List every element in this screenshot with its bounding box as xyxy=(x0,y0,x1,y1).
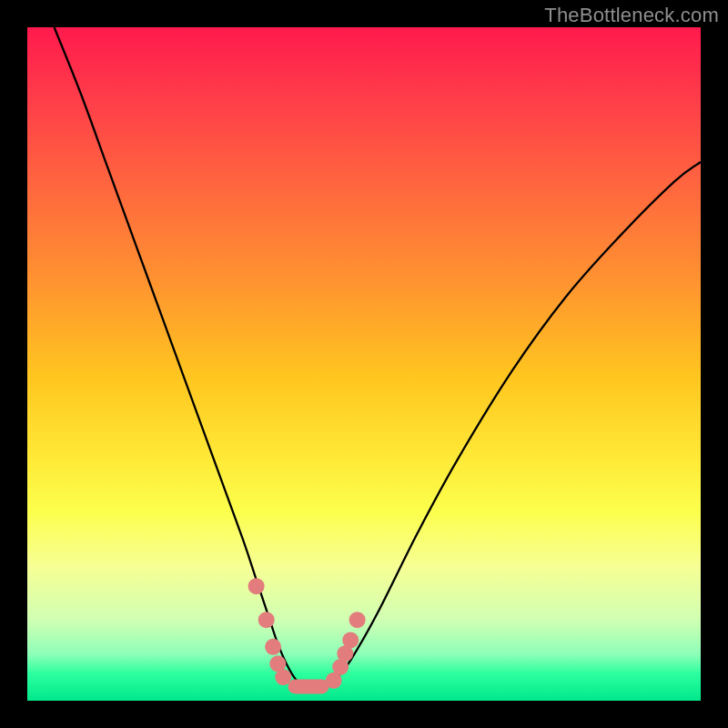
watermark-label: TheBottleneck.com xyxy=(544,4,719,27)
data-marker xyxy=(265,639,281,655)
data-marker xyxy=(258,612,275,628)
bottleneck-curve xyxy=(55,27,701,687)
data-marker xyxy=(349,612,366,628)
data-marker xyxy=(342,632,359,648)
plot-area xyxy=(27,27,701,701)
chart-svg xyxy=(27,27,701,701)
data-marker xyxy=(248,578,265,594)
markers-group xyxy=(248,578,366,689)
chart-frame: TheBottleneck.com xyxy=(0,0,728,728)
flat-bottom-segment xyxy=(288,679,329,693)
